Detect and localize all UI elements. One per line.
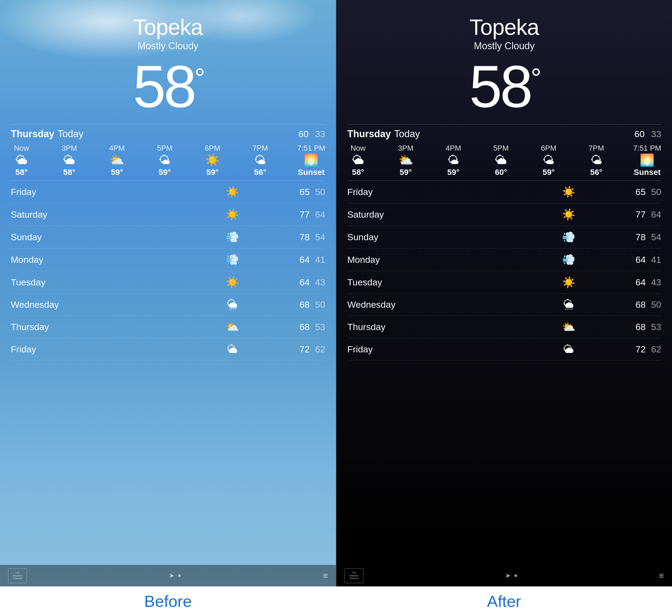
hour-icon-4: ☀️	[205, 154, 220, 166]
hour-icon-6: 🌅	[640, 154, 655, 166]
week-icon-1: ☀️	[508, 208, 629, 221]
week-row-4: Tuesday☀️6443	[347, 271, 661, 294]
week-day-2: Sunday	[347, 232, 508, 242]
hour-label-0: Now	[351, 144, 366, 153]
week-high-0: 65	[299, 187, 310, 197]
hour-temp-6: Sunset	[634, 168, 661, 177]
week-row-6: Thursday⛅6853	[347, 316, 661, 338]
week-row-4: Tuesday☀️6443	[11, 271, 325, 294]
hour-col-4: 6PM☀️59°	[202, 144, 223, 177]
week-row-0: Friday☀️6550	[347, 181, 661, 203]
week-icon-2: 💨	[508, 231, 629, 243]
week-row-2: Sunday💨7854	[347, 226, 661, 249]
labels-row: Before After	[0, 586, 672, 616]
hour-label-4: 6PM	[541, 144, 557, 153]
week-row-3: Monday💨6441	[11, 249, 325, 271]
after-hourly: Now🌥58°3PM⛅59°4PM🌤59°5PM🌥60°6PM🌤59°7PM🌤5…	[347, 142, 661, 178]
hour-label-6: 7:51 PM	[633, 144, 661, 153]
week-icon-6: ⛅	[508, 321, 629, 333]
before-weather-channel-logo: TheWeatherChannel	[8, 568, 27, 583]
hour-col-3: 5PM🌥60°	[490, 144, 512, 177]
week-high-3: 64	[299, 254, 310, 265]
week-icon-0: ☀️	[508, 186, 629, 198]
hour-label-0: Now	[14, 144, 29, 153]
after-day-header: Thursday Today 60 33	[347, 124, 661, 142]
before-today: Today	[58, 128, 83, 140]
before-weekly: Friday☀️6550Saturday☀️7764Sunday💨7854Mon…	[11, 180, 325, 360]
week-day-6: Thursday	[347, 322, 508, 332]
week-low-4: 43	[315, 277, 325, 288]
week-icon-2: 💨	[172, 231, 293, 243]
week-day-0: Friday	[347, 187, 508, 197]
before-high: 60	[298, 129, 309, 139]
week-day-6: Thursday	[11, 322, 172, 332]
after-thursday: Thursday	[347, 128, 391, 140]
before-location-icon: ➤	[169, 572, 174, 579]
hour-label-5: 7PM	[252, 144, 268, 153]
before-dot	[178, 574, 181, 577]
week-day-2: Sunday	[11, 232, 172, 242]
week-high-2: 78	[299, 232, 310, 242]
hour-temp-4: 59°	[543, 168, 555, 177]
week-high-1: 77	[299, 209, 310, 220]
hour-col-3: 5PM🌤59°	[154, 144, 175, 177]
week-icon-6: ⛅	[172, 321, 293, 333]
week-high-1: 77	[635, 209, 646, 220]
hour-col-0: Now🌥58°	[347, 144, 369, 177]
after-bottom-bar: TheWeatherChannel ➤ ≡	[337, 565, 672, 586]
hour-label-1: 3PM	[62, 144, 77, 153]
hour-label-1: 3PM	[398, 144, 413, 153]
week-row-5: Wednesday🌦6850	[347, 294, 661, 316]
week-low-1: 64	[651, 209, 661, 220]
after-city: Topeka	[347, 16, 661, 38]
week-row-2: Sunday💨7854	[11, 226, 325, 249]
hour-icon-1: 🌥	[63, 154, 75, 166]
hour-icon-2: ⛅	[109, 154, 124, 166]
hour-temp-5: 56°	[254, 168, 266, 177]
hour-col-1: 3PM🌥58°	[58, 144, 80, 177]
after-weekly: Friday☀️6550Saturday☀️7764Sunday💨7854Mon…	[347, 180, 661, 360]
hour-label-2: 4PM	[445, 144, 461, 153]
hour-temp-5: 56°	[590, 168, 602, 177]
hour-label-4: 6PM	[205, 144, 220, 153]
comparison-container: Topeka Mostly Cloudy 58° Thursday Today …	[0, 0, 672, 586]
after-condition: Mostly Cloudy	[347, 40, 661, 52]
week-day-5: Wednesday	[347, 299, 508, 310]
week-icon-7: 🌥	[172, 343, 293, 355]
hour-col-5: 7PM🌤56°	[249, 144, 271, 177]
week-day-3: Monday	[347, 254, 508, 265]
hour-col-4: 6PM🌤59°	[538, 144, 559, 177]
week-row-7: Friday🌥7262	[11, 338, 325, 360]
hour-col-2: 4PM🌤59°	[443, 144, 464, 177]
week-icon-0: ☀️	[172, 186, 293, 198]
hour-icon-4: 🌤	[543, 154, 554, 166]
week-row-3: Monday💨6441	[347, 249, 661, 271]
week-row-6: Thursday⛅6853	[11, 316, 325, 338]
hour-col-1: 3PM⛅59°	[395, 144, 416, 177]
hour-temp-0: 58°	[15, 168, 27, 177]
week-low-2: 54	[651, 232, 661, 242]
after-panel: Topeka Mostly Cloudy 58° Thursday Today …	[336, 0, 672, 586]
hour-icon-5: 🌤	[254, 154, 266, 166]
week-day-3: Monday	[11, 254, 172, 265]
week-low-3: 41	[651, 254, 661, 265]
week-low-4: 43	[651, 277, 661, 288]
hour-label-3: 5PM	[493, 144, 509, 153]
hour-temp-2: 59°	[447, 168, 459, 177]
week-day-4: Tuesday	[11, 277, 172, 288]
hour-icon-2: 🌤	[447, 154, 459, 166]
before-panel: Topeka Mostly Cloudy 58° Thursday Today …	[0, 0, 336, 586]
after-weather-channel-logo: TheWeatherChannel	[345, 568, 363, 583]
before-day-header: Thursday Today 60 33	[11, 124, 325, 142]
hour-label-5: 7PM	[589, 144, 604, 153]
before-condition: Mostly Cloudy	[11, 40, 325, 52]
hour-icon-3: 🌤	[159, 154, 171, 166]
week-high-2: 78	[635, 232, 646, 242]
week-day-4: Tuesday	[347, 277, 508, 288]
hour-temp-2: 59°	[111, 168, 123, 177]
before-list-icon: ≡	[323, 571, 328, 581]
hour-col-2: 4PM⛅59°	[106, 144, 128, 177]
after-label: After	[336, 586, 672, 616]
hour-temp-3: 60°	[495, 168, 507, 177]
week-low-7: 62	[651, 344, 661, 355]
